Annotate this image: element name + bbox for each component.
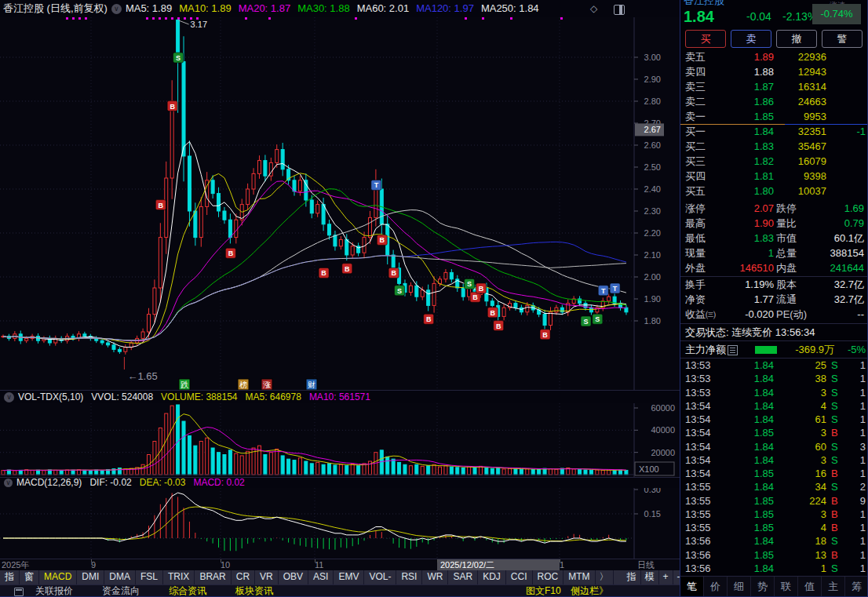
order-book-row[interactable]: 买四1.819398 [680, 169, 868, 184]
bottom-link-图文F10[interactable]: 图文F10 [526, 585, 561, 597]
book-level-label: 卖一 [685, 109, 706, 124]
tab-vol-tdx[interactable]: VOL-TDX [364, 570, 396, 584]
svg-text:0.30: 0.30 [644, 488, 661, 494]
tab-rsi[interactable]: RSI [396, 570, 422, 584]
panel-tab-联[interactable]: 联 [774, 577, 797, 597]
tab-brar[interactable]: BRAR [195, 570, 231, 584]
date-label[interactable]: 2025年 [2, 559, 29, 570]
tab-dmi[interactable]: DMI [77, 570, 104, 584]
date-label[interactable]: 11 [315, 559, 323, 570]
order-book-row[interactable]: 卖四1.8812943 [680, 64, 868, 79]
svg-text:B: B [479, 285, 484, 293]
tab-vr[interactable]: VR [255, 570, 279, 584]
trade-button-卖[interactable]: 卖 [731, 30, 771, 48]
tab-fsl[interactable]: FSL [136, 570, 163, 584]
diamond-icon[interactable]: ◇ [590, 3, 597, 14]
book-level-label: 买二 [685, 139, 706, 154]
sale-count: 1 [845, 372, 866, 385]
book-level-label: 买一 [685, 124, 706, 139]
panel-tab-筹[interactable]: 筹 [844, 577, 868, 597]
tab-emv[interactable]: EMV [334, 570, 364, 584]
stat-value: 1 [720, 246, 774, 260]
sale-count: 9 [845, 494, 866, 508]
tab-kdj[interactable]: KDJ [478, 570, 506, 584]
tab-trix[interactable]: TRIX [163, 570, 195, 584]
book-volume: 9953 [778, 109, 826, 124]
time-sales-row: 13:541.843S1 [680, 453, 868, 467]
tab-模 板[interactable]: 模 板 [641, 570, 659, 584]
sale-count: 1 [845, 413, 866, 426]
book-extra: -1 [831, 124, 866, 139]
svg-text:0.15: 0.15 [644, 509, 661, 519]
order-book-row[interactable]: 卖一1.859953 [680, 109, 868, 124]
main-chart[interactable]: 3.002.902.802.702.602.502.402.302.202.10… [0, 17, 680, 390]
trade-button-买[interactable]: 买 [685, 30, 726, 48]
chevron-down-icon[interactable]: ∨ [111, 4, 122, 14]
bottom-link-板块资讯[interactable]: 板块资讯 [235, 585, 273, 597]
sale-count: 1 [845, 548, 866, 562]
tab-wr[interactable]: WR [422, 570, 448, 584]
sale-time: 13:53 [685, 359, 711, 372]
current-date-label[interactable]: 2025/12/02/二 [437, 559, 560, 570]
trading-app-window: 香江控股 (日线,前复权)∨MA5: 1.89MA10: 1.89MA20: 1… [0, 0, 868, 597]
trade-button-警[interactable]: 警 [822, 30, 863, 48]
tab-dma[interactable]: DMA [104, 570, 136, 584]
tab-+[interactable]: + [659, 570, 673, 584]
panel-tab-势[interactable]: 势 [750, 577, 774, 597]
order-book-row[interactable]: 买三1.8216079 [680, 154, 868, 169]
time-sales-row: 13:561.8418S1 [680, 534, 868, 548]
svg-text:S: S [583, 318, 588, 326]
order-book-row[interactable]: 买五1.8010037 [680, 184, 868, 198]
sale-volume: 3 [778, 386, 826, 399]
panel-tab-主[interactable]: 主 [821, 577, 844, 597]
collapse-icon[interactable]: ∨ [4, 479, 13, 487]
sale-count: 2 [845, 480, 866, 493]
collapse-icon[interactable]: ∨ [4, 392, 14, 402]
sale-volume: 34 [778, 480, 826, 493]
sale-side: B [831, 508, 838, 521]
stat-row: 外盘146510内盘241644 [680, 260, 868, 275]
tab-cci[interactable]: CCI [506, 570, 533, 584]
date-label[interactable]: 10 [221, 559, 230, 570]
panel-tab-价[interactable]: 价 [703, 577, 727, 597]
svg-text:财: 财 [308, 380, 315, 389]
time-sales-list: 13:531.8425S113:531.8438S113:531.843S113… [680, 359, 868, 575]
tab-指标B[interactable]: 指标B [623, 570, 641, 584]
order-book-row[interactable]: 买一1.8432351-1 [680, 124, 868, 139]
panel-tab-细[interactable]: 细 [727, 577, 750, 597]
window-icon[interactable] [14, 588, 24, 596]
sale-count: 1 [845, 562, 866, 575]
main-flow-row[interactable]: 主力净额 -369.9万 -5% [680, 342, 868, 357]
order-book-row[interactable]: 买二1.8335467 [680, 139, 868, 154]
bottom-link-关联报价[interactable]: 关联报价 [35, 585, 73, 597]
volume-chart[interactable]: 600004000020000X100 [0, 403, 680, 477]
tab-cr[interactable]: CR [232, 570, 255, 584]
bottom-link-资金流向[interactable]: 资金流向 [102, 585, 140, 597]
tab-指标A[interactable]: 指标A [0, 570, 20, 584]
trade-button-撤[interactable]: 撤 [776, 30, 817, 48]
tabs-more-arrow[interactable]: 〉 [596, 570, 614, 584]
tab-macd[interactable]: MACD [39, 570, 77, 584]
book-level-label: 卖三 [685, 79, 706, 94]
order-book-row[interactable]: 卖三1.8716314 [680, 79, 868, 94]
tab-obv[interactable]: OBV [279, 570, 308, 584]
tab-mtm[interactable]: MTM [563, 570, 595, 584]
order-book-row[interactable]: 卖五1.8922936 [680, 49, 868, 64]
sale-price: 1.85 [728, 521, 774, 534]
tab-gap [614, 570, 623, 584]
bottom-link-综合资讯[interactable]: 综合资讯 [169, 585, 206, 597]
panel-tab-值[interactable]: 值 [797, 577, 821, 597]
tab-asi[interactable]: ASI [308, 570, 334, 584]
svg-text:B: B [170, 103, 175, 111]
stat-value: -0.020 [720, 307, 774, 322]
macd-chart[interactable]: 0.300.15 [0, 488, 680, 559]
panel-tab-笔[interactable]: 笔 [680, 577, 703, 597]
tab-roc[interactable]: ROC [533, 570, 564, 584]
tab-sar[interactable]: SAR [448, 570, 478, 584]
tab-窗口[interactable]: 窗口 [20, 570, 39, 584]
bottom-link-侧边栏》[interactable]: 侧边栏》 [571, 585, 608, 597]
list-icon[interactable] [728, 345, 738, 355]
period-label: 日线 [637, 559, 655, 570]
date-axis[interactable]: 日线 2025年910112025/12/02/二1 [0, 559, 680, 570]
order-book-row[interactable]: 卖二1.8624663 [680, 94, 868, 109]
